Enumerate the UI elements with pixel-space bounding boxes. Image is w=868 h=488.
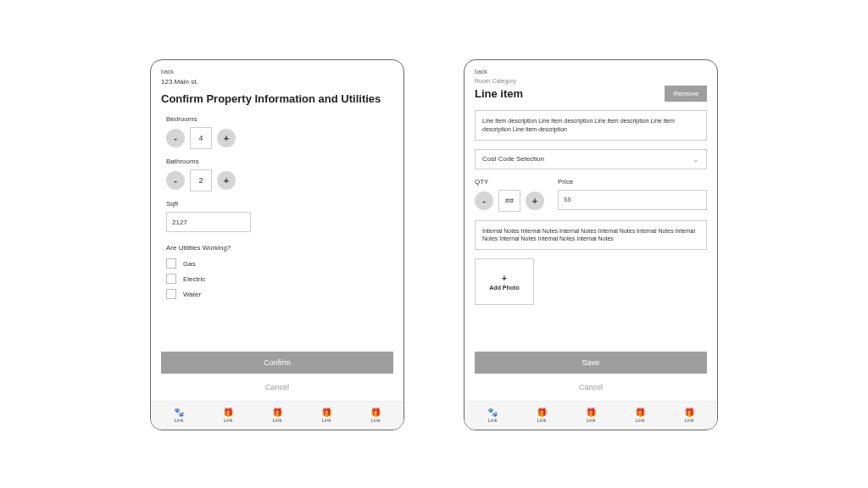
tab-label: Link — [223, 418, 232, 423]
bedrooms-label: Bedrooms — [166, 115, 393, 123]
tab-item-3[interactable]: 🎁 Link — [302, 408, 351, 423]
sqft-input[interactable] — [166, 212, 251, 232]
back-link[interactable]: back — [161, 69, 174, 75]
room-category: Room Category — [475, 78, 707, 84]
bathrooms-value[interactable]: 2 — [190, 169, 212, 191]
bathrooms-decrement[interactable]: - — [166, 171, 185, 190]
add-photo-label: Add Photo — [489, 285, 519, 291]
tab-item-2[interactable]: 🎁 Link — [253, 408, 302, 423]
gift-icon: 🎁 — [272, 408, 282, 417]
bathrooms-increment[interactable]: + — [217, 171, 236, 190]
tab-label: Link — [684, 418, 693, 423]
property-address: 123 Main st. — [161, 78, 393, 86]
qty-increment[interactable]: + — [526, 191, 544, 210]
bathrooms-field: Bathrooms - 2 + — [161, 158, 393, 191]
qty-field: QTY - ## + — [475, 178, 544, 212]
qty-price-row: QTY - ## + Price — [475, 178, 707, 212]
cost-code-select[interactable]: Cost Code Selection ⌄ — [475, 149, 707, 169]
price-label: Price — [558, 178, 707, 186]
frame-body: back 123 Main st. Confirm Property Infor… — [151, 60, 403, 401]
save-button[interactable]: Save — [475, 352, 707, 374]
utility-row-gas: Gas — [161, 258, 393, 269]
tab-bar: 🐾 Link 🎁 Link 🎁 Link 🎁 Link 🎁 Link — [151, 401, 403, 430]
tab-item-3[interactable]: 🎁 Link — [615, 408, 665, 423]
qty-stepper: - ## + — [475, 190, 544, 212]
bathrooms-label: Bathrooms — [166, 158, 393, 165]
qty-decrement[interactable]: - — [475, 191, 493, 210]
paw-icon: 🐾 — [487, 408, 498, 417]
description-box[interactable]: Line item description Line item descript… — [475, 110, 707, 141]
bedrooms-stepper: - 4 + — [166, 127, 393, 149]
electric-checkbox[interactable] — [166, 274, 176, 284]
water-label: Water — [183, 291, 201, 298]
tab-item-2[interactable]: 🎁 Link — [566, 408, 615, 423]
add-photo-button[interactable]: + Add Photo — [475, 258, 534, 305]
qty-label: QTY — [475, 178, 544, 186]
tab-item-0[interactable]: 🐾 Link — [154, 408, 203, 423]
gift-icon: 🎁 — [321, 408, 331, 417]
tab-label: Link — [635, 418, 644, 423]
tab-item-4[interactable]: 🎁 Link — [351, 408, 400, 423]
cost-code-label: Cost Code Selection — [482, 155, 544, 163]
bedrooms-value[interactable]: 4 — [190, 127, 212, 149]
utility-row-electric: Electric — [161, 274, 393, 284]
cancel-button[interactable]: Cancel — [475, 379, 707, 396]
tab-bar: 🐾 Link 🎁 Link 🎁 Link 🎁 Link 🎁 Link — [465, 401, 717, 430]
tab-label: Link — [370, 418, 380, 423]
internal-notes-box[interactable]: Internal Notes Internal Notes Internal N… — [475, 220, 707, 251]
back-link[interactable]: back — [475, 69, 487, 75]
line-item-frame: back Room Category Line item Remove Line… — [464, 59, 718, 430]
property-confirm-frame: back 123 Main st. Confirm Property Infor… — [150, 59, 404, 430]
plus-icon: + — [502, 274, 507, 283]
bedrooms-decrement[interactable]: - — [166, 129, 185, 147]
cancel-button[interactable]: Cancel — [161, 379, 393, 396]
page-title: Line item — [475, 87, 523, 100]
price-input[interactable] — [558, 190, 707, 210]
tab-item-1[interactable]: 🎁 Link — [517, 408, 566, 423]
gas-checkbox[interactable] — [166, 258, 176, 269]
price-field: Price — [558, 178, 707, 212]
gift-icon: 🎁 — [537, 408, 547, 417]
gift-icon: 🎁 — [223, 408, 233, 417]
gift-icon: 🎁 — [635, 408, 645, 417]
bedrooms-increment[interactable]: + — [217, 129, 236, 147]
water-checkbox[interactable] — [166, 289, 176, 299]
remove-button[interactable]: Remove — [665, 86, 707, 102]
tab-label: Link — [321, 418, 331, 423]
title-row: Line item Remove — [475, 86, 707, 102]
tab-item-1[interactable]: 🎁 Link — [203, 408, 253, 423]
utility-row-water: Water — [161, 289, 393, 299]
chevron-down-icon: ⌄ — [693, 155, 699, 164]
tab-label: Link — [174, 418, 183, 423]
gas-label: Gas — [183, 260, 196, 268]
qty-value[interactable]: ## — [498, 190, 520, 212]
utilities-question: Are Utilities Working? — [161, 244, 393, 252]
frame-body: back Room Category Line item Remove Line… — [465, 60, 717, 401]
confirm-button[interactable]: Confirm — [161, 352, 393, 374]
tab-item-4[interactable]: 🎁 Link — [665, 408, 714, 423]
tab-label: Link — [586, 418, 595, 423]
tab-label: Link — [537, 418, 546, 423]
tab-label: Link — [272, 418, 281, 423]
sqft-field: Sqft — [161, 200, 393, 232]
electric-label: Electric — [183, 275, 205, 283]
page-title: Confirm Property Information and Utiliti… — [161, 92, 393, 105]
bathrooms-stepper: - 2 + — [166, 169, 393, 191]
tab-item-0[interactable]: 🐾 Link — [468, 408, 517, 423]
gift-icon: 🎁 — [370, 408, 381, 417]
bedrooms-field: Bedrooms - 4 + — [161, 115, 393, 149]
paw-icon: 🐾 — [174, 408, 184, 417]
tab-label: Link — [487, 418, 497, 423]
gift-icon: 🎁 — [586, 408, 596, 417]
sqft-label: Sqft — [166, 200, 393, 208]
gift-icon: 🎁 — [684, 408, 694, 417]
